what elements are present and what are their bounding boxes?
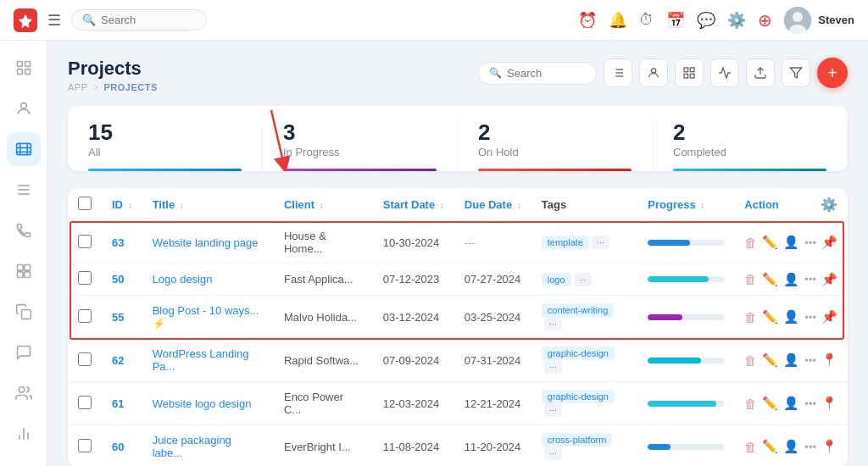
assign-icon[interactable]: 👤 [783,235,799,250]
topbar-search-input[interactable] [101,14,196,26]
table-settings-icon[interactable]: ⚙️ [821,197,837,213]
col-progress[interactable]: Progress ↕ [637,188,734,222]
stat-all[interactable]: 15 All [68,119,263,171]
row-checkbox[interactable] [78,439,92,452]
row-title-link[interactable]: WordPress Landing Pa... [153,347,249,373]
stat-onhold[interactable]: 2 On Hold [458,119,653,171]
row-title-link[interactable]: Website logo design [153,397,252,410]
svg-marker-0 [19,14,32,27]
more-icon[interactable]: ••• [804,354,816,367]
chart-view-button[interactable] [710,58,739,87]
add-circle-icon[interactable]: ⊕ [758,10,772,31]
svg-rect-30 [690,68,694,72]
sidebar-item-person[interactable] [7,376,41,410]
col-checkbox [68,188,102,222]
row-title-link[interactable]: Juice packaging labe... [153,434,231,459]
user-profile[interactable]: Steven [784,7,854,34]
toolbar-search-input[interactable] [507,67,586,80]
row-checkbox[interactable] [78,235,92,248]
col-start-date[interactable]: Start Date ↕ [373,188,454,222]
select-all-checkbox[interactable] [78,197,92,210]
row-checkbox[interactable] [78,352,92,366]
delete-icon[interactable]: 🗑 [744,272,757,286]
page-header: Projects APP > PROJECTS 🔍 [68,58,848,92]
col-title[interactable]: Title ↕ [142,188,274,222]
row-progress [637,382,734,425]
pin-icon[interactable]: 📌 [821,235,837,250]
sidebar-item-phone[interactable] [7,214,41,247]
stat-all-label: All [88,146,242,158]
row-checkbox-cell [68,222,102,264]
more-icon[interactable]: ••• [804,311,816,324]
svg-rect-9 [16,143,31,154]
assign-icon[interactable]: 👤 [783,272,799,287]
assign-icon[interactable]: 👤 [783,352,799,368]
svg-rect-7 [25,69,30,75]
col-due-date[interactable]: Due Date ↕ [454,188,531,222]
assign-icon[interactable]: 👤 [783,439,799,454]
delete-icon[interactable]: 🗑 [744,440,757,454]
stat-inprogress[interactable]: 3 In Progress [263,119,458,171]
assign-icon[interactable]: 👤 [783,396,799,411]
row-title-link[interactable]: Blog Post - 10 ways... [153,304,259,317]
progress-bar-wrap [648,240,724,246]
stat-completed-label: Completed [673,146,826,158]
upload-button[interactable] [746,58,775,87]
row-checkbox[interactable] [78,271,92,285]
pin-icon[interactable]: 📍 [821,352,837,368]
pin-icon[interactable]: 📌 [821,309,837,325]
row-title-link[interactable]: Website landing page [153,236,259,249]
sidebar-item-projects[interactable] [7,132,41,166]
col-client[interactable]: Client ↕ [274,188,373,222]
row-client: Rapid Softwa... [274,339,373,382]
edit-icon[interactable]: ✏️ [762,396,778,411]
more-icon[interactable]: ••• [804,397,816,410]
toolbar-right: 🔍 [478,58,848,88]
bell-icon[interactable]: 🔔 [609,11,627,30]
pin-icon[interactable]: 📌 [821,272,837,287]
clock-icon[interactable]: ⏱ [639,11,654,29]
sidebar-item-chart[interactable] [7,417,41,451]
delete-icon[interactable]: 🗑 [744,310,757,325]
more-icon[interactable]: ••• [804,441,816,453]
filter-button[interactable] [782,58,810,87]
edit-icon[interactable]: ✏️ [762,439,778,454]
delete-icon[interactable]: 🗑 [744,397,757,411]
assign-icon[interactable]: 👤 [783,309,799,325]
stat-completed[interactable]: 2 Completed [653,119,848,171]
timer-icon[interactable]: ⏰ [578,11,597,30]
edit-icon[interactable]: ✏️ [762,309,778,325]
user-view-button[interactable] [639,58,668,87]
row-checkbox[interactable] [78,396,92,409]
row-title-link[interactable]: Logo design [153,273,213,286]
sidebar-item-users[interactable] [7,92,41,125]
more-icon[interactable]: ••• [804,273,816,286]
col-id[interactable]: ID ↕ [102,188,142,222]
row-checkbox[interactable] [78,309,92,323]
edit-icon[interactable]: ✏️ [762,235,778,250]
projects-table-container: ⚙️ ID ↕ Title ↕ Client ↕ Start Date ↕ Du… [68,188,848,466]
row-start-date: 10-30-2024 [373,222,454,264]
settings-icon[interactable]: ⚙️ [727,11,746,30]
grid-view-button[interactable] [675,58,704,87]
sidebar-item-chat[interactable] [7,336,41,369]
menu-icon[interactable]: ☰ [47,11,61,30]
filter-list-button[interactable] [604,58,632,87]
row-progress [637,339,734,382]
more-icon[interactable]: ••• [804,236,816,249]
delete-icon[interactable]: 🗑 [744,236,757,250]
row-checkbox-cell [68,296,102,339]
edit-icon[interactable]: ✏️ [762,272,778,287]
calendar-icon[interactable]: 📅 [666,11,685,30]
sidebar-item-home[interactable] [7,51,41,85]
add-project-button[interactable]: + [817,58,848,88]
delete-icon[interactable]: 🗑 [744,353,757,368]
row-actions: 🗑 ✏️ 👤 ••• 📍 [734,339,848,382]
chat-icon[interactable]: 💬 [697,11,715,30]
edit-icon[interactable]: ✏️ [762,352,778,368]
sidebar-item-copy[interactable] [7,295,41,329]
pin-icon[interactable]: 📍 [821,439,837,454]
pin-icon[interactable]: 📍 [821,396,837,411]
sidebar-item-list[interactable] [7,173,41,207]
sidebar-item-layers[interactable] [7,254,41,288]
